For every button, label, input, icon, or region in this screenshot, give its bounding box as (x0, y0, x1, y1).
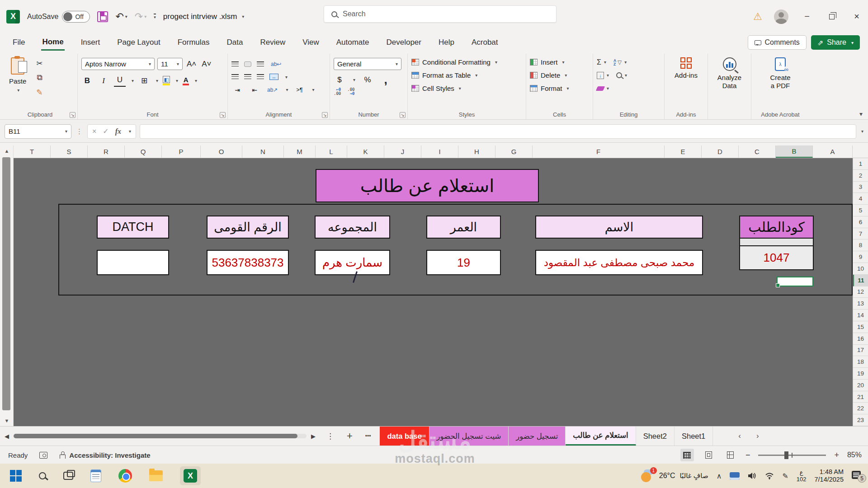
autosave-toggle[interactable]: AutoSave Off (27, 11, 90, 23)
bold-button[interactable]: B (81, 75, 93, 87)
cut-button[interactable]: ✂ (33, 57, 45, 69)
align-center-button[interactable] (244, 74, 251, 80)
underline-button[interactable]: U (114, 75, 126, 87)
analyze-data-button[interactable]: Analyze Data (712, 56, 747, 92)
merge-center-button[interactable]: ↔ (269, 74, 278, 80)
create-pdf-button[interactable]: λ Create a PDF (755, 56, 806, 92)
row-header[interactable]: 6 (853, 216, 868, 228)
formula-input[interactable] (140, 124, 856, 139)
horizontal-scroll-thumb[interactable] (14, 434, 297, 438)
wrap-text-button[interactable]: ab↩ (269, 58, 283, 70)
row-header[interactable]: 5 (853, 205, 868, 216)
row-header[interactable]: 3 (853, 182, 868, 193)
sheet-tab[interactable]: تسجيل حضور (509, 427, 566, 446)
column-header[interactable]: O (201, 145, 242, 158)
font-size-select[interactable]: 11 ▾ (157, 58, 183, 70)
sheet-nav-right-icon[interactable]: › (756, 432, 759, 441)
macro-record-icon[interactable] (39, 452, 47, 459)
task-view-button[interactable] (63, 472, 73, 480)
column-header[interactable]: G (495, 145, 533, 158)
orientation-button[interactable]: ab↗ (266, 84, 279, 96)
row-header[interactable]: 13 (853, 298, 868, 310)
weather-widget[interactable]: 1 26°C صافٍ غالبًا (641, 469, 708, 482)
field-header[interactable]: المجموعه (315, 216, 390, 239)
enter-button[interactable]: ✓ (103, 127, 108, 136)
ribbon-tab[interactable]: Review (259, 35, 286, 50)
format-painter-button[interactable]: ✎ (33, 86, 45, 98)
sheet-tab[interactable]: Sheet1 (675, 427, 713, 446)
zoom-level[interactable]: 85% (847, 451, 862, 459)
row-header[interactable]: 16 (853, 333, 868, 345)
chrome-app-icon[interactable] (118, 469, 132, 483)
column-header[interactable]: N (242, 145, 284, 158)
vertical-scroll-thumb[interactable] (2, 157, 10, 410)
cell-styles-button[interactable]: Cell Styles ▾ (411, 82, 522, 95)
sheet-tab[interactable]: Sheet2 (636, 427, 675, 446)
comments-button[interactable]: Comments (748, 35, 807, 50)
vertical-scrollbar[interactable]: ▲ ▼ (0, 145, 14, 426)
column-header[interactable]: Q (125, 145, 162, 158)
zoom-slider[interactable] (758, 455, 826, 456)
paste-button[interactable]: Paste ▾ (6, 56, 29, 94)
avatar[interactable] (774, 9, 788, 24)
column-header[interactable]: S (51, 145, 88, 158)
number-format-select[interactable]: General ▾ (334, 58, 401, 70)
row-header[interactable]: 19 (853, 368, 868, 380)
row-header[interactable]: 11 (853, 275, 868, 286)
more-dots-icon[interactable]: ⋮ (75, 127, 84, 136)
file-explorer-icon[interactable] (149, 470, 163, 481)
name-box[interactable]: B11 ▾ (5, 124, 71, 139)
more-sheets-icon[interactable]: ••• (359, 433, 377, 439)
column-header[interactable]: K (347, 145, 384, 158)
number-dialog-launcher[interactable]: ↘ (400, 112, 406, 118)
ribbon-tab[interactable]: Automate (335, 35, 370, 50)
column-header[interactable]: D (702, 145, 739, 158)
horizontal-scrollbar[interactable] (14, 434, 307, 438)
redo-button[interactable]: ↷ ▾ (135, 12, 146, 22)
collapse-ribbon-button[interactable]: ▾ (859, 110, 863, 117)
column-header[interactable]: J (384, 145, 421, 158)
fill-button[interactable]: ↓ ▾ (597, 72, 609, 79)
font-family-select[interactable]: Aptos Narrow ▾ (81, 58, 155, 70)
align-top-button[interactable] (231, 61, 239, 67)
tray-expand-icon[interactable]: ∧ (717, 472, 722, 480)
accessibility-status[interactable]: Accessibility: Investigate (59, 451, 150, 459)
view-normal-button[interactable] (680, 449, 694, 461)
insert-cells-button[interactable]: Insert ▾ (530, 56, 589, 69)
field-value[interactable]: 19 (426, 250, 501, 275)
row-header[interactable]: 23 (853, 414, 868, 426)
row-header[interactable]: 1 (853, 158, 868, 170)
selected-cell-b11[interactable] (777, 277, 813, 286)
decrease-indent-button[interactable]: ⇤ (249, 84, 260, 96)
sort-filter-button[interactable]: AZ ▽ ▾ (613, 59, 627, 66)
row-header[interactable]: 4 (853, 193, 868, 205)
find-select-button[interactable]: ▾ (616, 72, 627, 78)
scroll-up-icon[interactable]: ▲ (0, 148, 14, 154)
delete-cells-button[interactable]: Delete ▾ (530, 69, 589, 82)
row-header[interactable]: 14 (853, 310, 868, 321)
ribbon-tab[interactable]: Acrobat (471, 35, 499, 50)
sheet-canvas[interactable]: استعلام عن طالب DATCH الرقم القومى 53637… (14, 158, 853, 426)
ribbon-tab[interactable]: View (302, 35, 320, 50)
ribbon-tab[interactable]: File (12, 35, 26, 50)
sheet-nav-left-icon[interactable]: ‹ (738, 432, 741, 441)
cancel-button[interactable]: × (92, 127, 96, 136)
ribbon-tab[interactable]: Developer (385, 35, 422, 50)
chevron-down-icon[interactable]: ▾ (125, 14, 127, 19)
sheet-tab[interactable]: استعلام عن طالب (566, 427, 636, 446)
excel-taskbar-icon[interactable]: X (180, 466, 201, 485)
align-right-button[interactable] (257, 74, 264, 80)
copy-button[interactable]: ⧉ (33, 72, 45, 84)
insert-function-button[interactable]: fx (115, 127, 121, 136)
zoom-out-button[interactable]: − (745, 450, 750, 460)
decrease-font-button[interactable]: A˅ (200, 58, 212, 70)
notification-center-button[interactable]: 5 (852, 471, 863, 481)
row-header[interactable]: 8 (853, 239, 868, 251)
hscroll-right-icon[interactable]: ▶ (307, 433, 320, 440)
row-header[interactable]: 22 (853, 403, 868, 414)
quick-access-customize-button[interactable]: ▾ (154, 14, 156, 19)
ribbon-tab[interactable]: Help (438, 35, 455, 50)
ribbon-tab[interactable]: Data (226, 35, 244, 50)
row-header[interactable]: 15 (853, 321, 868, 333)
autosave-switch[interactable]: Off (62, 11, 90, 23)
